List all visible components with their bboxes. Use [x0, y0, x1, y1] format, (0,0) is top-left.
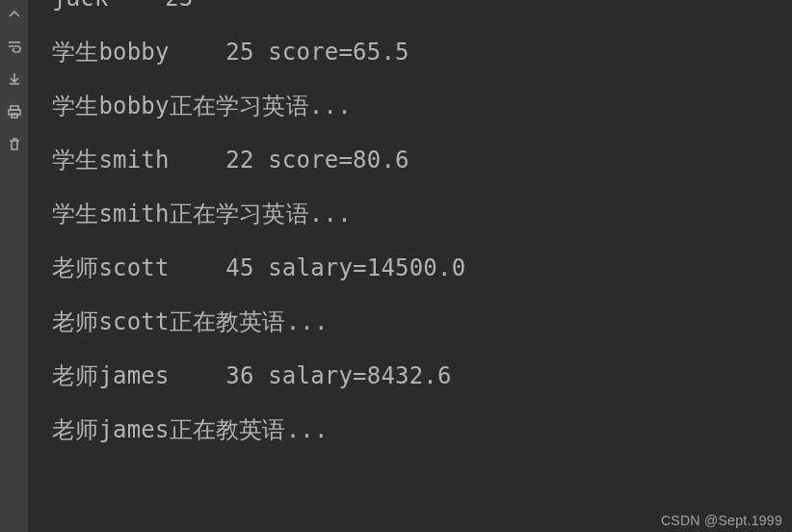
console-line: 老师james 36 salary=8432.6 — [52, 349, 792, 403]
console-output[interactable]: jack 23 学生bobby 25 score=65.5 学生bobby正在学… — [29, 0, 792, 532]
console-line: jack 23 — [52, 0, 792, 25]
console-line: 老师james正在教英语... — [52, 403, 792, 457]
console-gutter — [0, 0, 29, 532]
console-line: 学生smith正在学习英语... — [52, 187, 792, 241]
download-icon[interactable] — [7, 71, 22, 87]
console-line: 老师scott正在教英语... — [52, 295, 792, 349]
app-root: jack 23 学生bobby 25 score=65.5 学生bobby正在学… — [0, 0, 792, 532]
console-line: 学生smith 22 score=80.6 — [52, 133, 792, 187]
console-line: 学生bobby正在学习英语... — [52, 79, 792, 133]
up-arrow-fragment-icon[interactable] — [7, 6, 22, 21]
console-line: 老师scott 45 salary=14500.0 — [52, 241, 792, 295]
svg-rect-2 — [12, 114, 17, 118]
trash-icon[interactable] — [7, 137, 22, 152]
watermark: CSDN @Sept.1999 — [661, 513, 782, 528]
console-line: 学生bobby 25 score=65.5 — [52, 25, 792, 79]
print-icon[interactable] — [7, 104, 22, 120]
wrap-text-icon[interactable] — [7, 39, 22, 54]
